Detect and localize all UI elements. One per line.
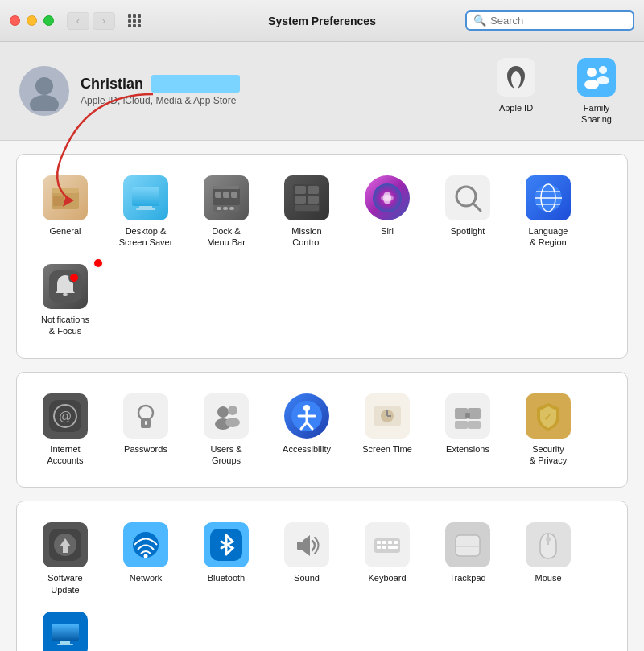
svg-rect-28 [223,192,229,198]
svg-rect-93 [456,535,480,556]
profile-right: Apple ID Family Sharing [488,56,625,126]
user-name-highlight [151,75,240,93]
svg-rect-12 [497,58,535,97]
bluetooth-pref[interactable]: Bluetooth [186,514,266,604]
internet-accounts-pref[interactable]: @ InternetAccounts [25,385,105,475]
accessibility-pref[interactable]: Accessibility [266,385,347,475]
network-pref[interactable]: Network [105,514,186,604]
svg-point-82 [144,554,148,558]
fullscreen-button[interactable] [43,15,54,26]
svg-rect-38 [308,196,319,204]
mouse-label: Mouse [535,572,561,583]
svg-rect-90 [377,546,381,549]
prefs-section-1: General [16,154,628,359]
software-update-label: SoftwareUpdate [47,572,82,595]
security-privacy-pref[interactable]: ✓ Security& Privacy [508,385,588,475]
displays-icon [43,612,88,651]
svg-rect-5 [138,19,141,23]
general-pref[interactable]: General [25,167,105,257]
svg-point-11 [30,95,59,111]
svg-rect-1 [133,14,136,18]
window-title: System Preferences [268,14,376,27]
spotlight-label: Spotlight [451,225,485,237]
screen-time-icon [365,393,410,439]
svg-rect-23 [139,206,152,208]
screen-time-label: Screen Time [362,443,412,455]
svg-rect-7 [133,24,136,27]
passwords-label: Passwords [124,443,167,455]
language-region-pref[interactable]: Language& Region [508,167,588,257]
svg-rect-84 [297,542,303,550]
mission-control-label: MissionControl [291,225,321,249]
prefs-section-3: SoftwareUpdate Network [16,501,628,651]
security-privacy-icon: ✓ [526,393,571,439]
user-name-row: Christian [80,75,488,93]
mission-control-icon [284,175,329,220]
keyboard-label: Keyboard [368,572,406,583]
svg-rect-76 [468,421,481,429]
extensions-pref[interactable]: Extensions [427,385,508,475]
svg-rect-36 [308,186,319,194]
mission-control-pref[interactable]: MissionControl [266,167,347,257]
svg-rect-98 [52,624,79,641]
accessibility-icon [284,393,329,439]
trackpad-pref[interactable]: Trackpad [427,514,508,604]
svg-text:@: @ [59,410,72,423]
prefs-grid: General [0,141,644,651]
software-update-pref[interactable]: SoftwareUpdate [25,514,105,604]
passwords-pref[interactable]: Passwords [105,385,186,475]
sound-pref[interactable]: Sound [266,514,347,604]
keyboard-pref[interactable]: Keyboard [347,514,427,604]
sound-icon [284,522,329,567]
nav-buttons: ‹ › [67,12,115,30]
users-groups-pref[interactable]: Users &Groups [186,385,266,475]
trackpad-label: Trackpad [449,572,485,583]
svg-rect-39 [295,205,319,211]
keyboard-icon [365,522,410,567]
svg-rect-100 [57,644,73,645]
internet-accounts-icon: @ [43,393,88,439]
desktop-screensaver-label: Desktop &Screen Saver [119,225,173,249]
svg-point-52 [69,273,79,282]
users-groups-icon [204,393,249,439]
svg-point-16 [599,66,607,74]
desktop-screensaver-pref[interactable]: Desktop &Screen Saver [105,167,186,257]
security-privacy-label: Security& Privacy [530,443,567,467]
svg-rect-33 [229,207,234,210]
minimize-button[interactable] [27,15,37,26]
svg-point-17 [597,76,609,84]
user-name: Christian [80,76,143,93]
dock-menubar-pref[interactable]: Dock &Menu Bar [186,167,266,257]
close-button[interactable] [10,15,20,26]
search-box[interactable]: 🔍 [465,10,634,31]
notifications-focus-pref[interactable]: Notifications& Focus [25,256,105,345]
svg-point-61 [228,406,237,415]
siri-pref[interactable]: Siri [347,167,427,257]
prefs-row-1: General [25,167,619,345]
search-input[interactable] [490,14,626,27]
grid-icon[interactable] [126,13,142,29]
svg-rect-77 [465,413,470,418]
forward-button[interactable]: › [93,12,115,30]
apple-id-button[interactable]: Apple ID [488,56,544,113]
family-sharing-button[interactable]: Family Sharing [568,56,625,126]
svg-rect-32 [223,207,228,210]
sound-label: Sound [294,572,320,583]
svg-rect-2 [138,14,141,18]
extensions-label: Extensions [446,443,489,455]
back-button[interactable]: ‹ [67,12,89,30]
prefs-section-2: @ InternetAccounts Passwords [16,372,628,488]
mouse-pref[interactable]: Mouse [508,514,588,604]
screen-time-pref[interactable]: Screen Time [347,385,427,475]
displays-pref[interactable]: Displays [25,604,105,651]
svg-rect-37 [295,196,306,204]
software-update-icon [43,522,88,567]
spotlight-pref[interactable]: Spotlight [427,167,508,257]
svg-rect-22 [132,187,159,206]
search-icon: 🔍 [473,14,486,27]
user-subtitle: Apple ID, iCloud, Media & App Store [80,95,488,106]
network-icon [123,522,168,567]
svg-rect-24 [136,208,155,210]
notifications-focus-label: Notifications& Focus [41,314,89,337]
trackpad-icon [445,522,490,567]
